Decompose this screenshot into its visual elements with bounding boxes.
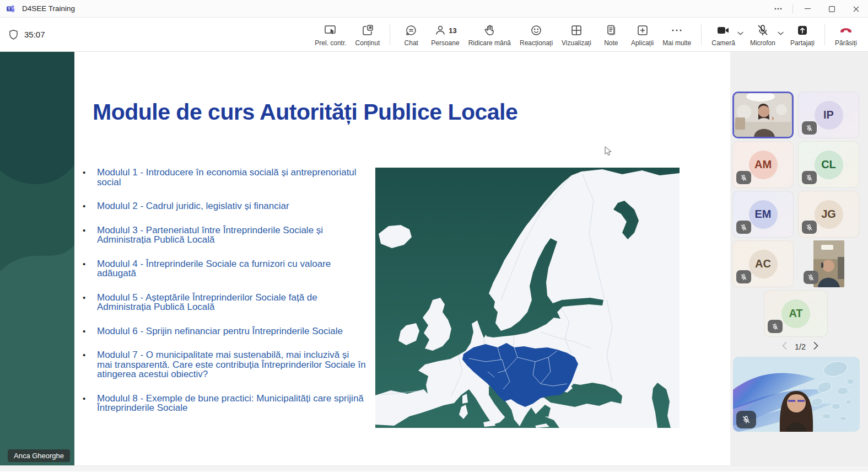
gallery-view-icon [570,23,583,37]
shield-icon [8,29,19,40]
toolbar-button-prel-contr[interactable]: Prel. contr. [311,21,349,48]
avatar: JG [815,200,843,229]
window-title: D4SEE Training [22,4,75,13]
toolbar-button-partajati[interactable]: Partajați [787,21,818,48]
participant-tile-em[interactable]: EM [732,191,794,238]
toolbar-label: Vizualizați [562,39,591,47]
mic-muted-badge-icon [768,320,783,333]
pager-next-icon[interactable] [813,342,818,352]
participant-video-man[interactable] [798,240,859,287]
participants-pager: 1/2 [732,342,868,352]
toolbar-button-chat[interactable]: Chat [397,21,425,48]
mic-muted-badge-icon [736,221,751,234]
slide-bullet-list: Modulul 1 - Introducere în economia soci… [82,168,366,427]
slide-bullet: Modulul 7 - O municipalitate mai sustena… [82,350,366,379]
mic-muted-icon [756,23,769,37]
toolbar-button-mai-multe[interactable]: Mai multe [659,21,694,48]
toolbar-label: Cameră [711,39,735,47]
toolbar-label: Partajați [790,39,815,47]
toolbar-button-ridicare-mana[interactable]: Ridicare mână [465,21,514,48]
slide-bullet: Modulul 4 - Întreprinderile Sociale ca f… [82,259,366,278]
toolbar-button-note[interactable]: Note [597,21,626,48]
toolbar-label: Persoane [431,39,459,47]
share-screen-icon [796,23,809,37]
participant-video-woman[interactable] [733,357,860,432]
camera-chevron-icon[interactable] [737,28,743,37]
slide-title: Module de curs Autorități Publice Locale [93,99,644,125]
timer-value: 35:07 [24,30,45,39]
slide-bullet: Modulul 8 - Exemple de bune practici: Mu… [82,394,366,413]
participant-tile-at[interactable]: AT [764,290,828,337]
mic-muted-badge-icon [736,411,756,428]
toolbar-label: Reacționați [520,39,553,47]
participant-tile-cl[interactable]: CL [798,141,859,188]
participant-tile-jg[interactable]: JG [798,191,859,238]
avatar: AM [749,151,778,179]
pager-prev-icon[interactable] [782,342,787,352]
window-minimize-button[interactable] [795,1,820,18]
toolbar-button-parasiti[interactable]: Părăsiți [832,21,860,48]
participant-row-overflow: AT [732,290,859,337]
camera-on-icon [716,23,731,37]
toolbar-button-aplicatii[interactable]: Aplicații [628,21,657,48]
more-ellipsis-icon [671,23,683,37]
mic-muted-badge-icon [736,270,751,283]
participants-panel: IP AM CL EM [730,52,868,465]
mic-muted-badge-icon [802,221,817,234]
window-more-button[interactable] [766,1,790,18]
share-content-icon [361,23,374,37]
participant-tile-ip[interactable]: IP [798,92,859,138]
window-maximize-button[interactable] [820,1,844,18]
slide-bullet: Modulul 2 - Cadrul juridic, legislativ ș… [82,201,366,211]
toolbar-label: Ridicare mână [468,39,511,47]
raise-hand-icon [483,23,496,37]
meeting-stage: Module de curs Autorități Publice Locale… [0,52,868,465]
toolbar-label: Chat [405,39,418,47]
toolbar-label: Aplicații [631,39,654,47]
presenter-name-tag: Anca Gheorghe [8,449,70,462]
toolbar-button-camera[interactable]: Cameră [708,21,738,48]
toolbar-button-microfon[interactable]: Microfon [747,21,779,48]
take-control-icon [324,23,338,37]
react-smiley-icon [530,23,543,37]
europe-map [375,168,680,428]
microphone-chevron-icon[interactable] [778,28,784,37]
chat-icon [405,23,418,37]
meeting-toolbar: 35:07 Prel. contr. Conținut [0,18,868,52]
bottom-strip [0,465,868,471]
mic-muted-badge-icon [804,271,818,284]
teams-logo-icon [6,4,17,14]
window-titlebar: D4SEE Training [0,0,868,18]
participant-count: 13 [449,26,456,35]
toolbar-button-persoane[interactable]: 13 Persoane [428,21,462,48]
notes-icon [605,23,618,37]
mouse-cursor [605,146,613,159]
toolbar-button-reactionati[interactable]: Reacționați [516,21,556,48]
people-icon [434,24,447,37]
toolbar-divider [390,24,390,45]
avatar: AT [781,299,810,328]
shared-screen: Module de curs Autorități Publice Locale… [0,52,730,465]
avatar: AC [749,250,778,278]
participant-tile-ac[interactable]: AC [732,240,794,287]
titlebar-divider [792,4,793,13]
participant-tile-am[interactable]: AM [732,141,794,188]
slide-bullet: Modulul 1 - Introducere în economia soci… [82,168,366,187]
slide-decor-sidebar [0,52,74,465]
avatar: CL [815,151,843,179]
meeting-timer: 35:07 [8,29,45,40]
toolbar-button-vizualizati[interactable]: Vizualizați [558,21,595,48]
toolbar-divider [824,24,825,45]
apps-plus-icon [636,23,649,37]
window-close-button[interactable] [844,1,868,18]
toolbar-divider [701,24,702,45]
participant-grid: IP AM CL EM [732,92,868,337]
pager-page-indicator: 1/2 [795,342,806,351]
toolbar-label: Note [604,39,618,47]
toolbar-label: Prel. contr. [315,39,346,47]
toolbar-button-continut[interactable]: Conținut [352,21,384,48]
slide-bullet: Modulul 5 - Așteptările Întreprinderilor… [82,293,366,312]
mic-muted-badge-icon [736,171,751,184]
leave-call-icon [839,23,853,37]
participant-video-active-speaker[interactable] [732,92,794,138]
